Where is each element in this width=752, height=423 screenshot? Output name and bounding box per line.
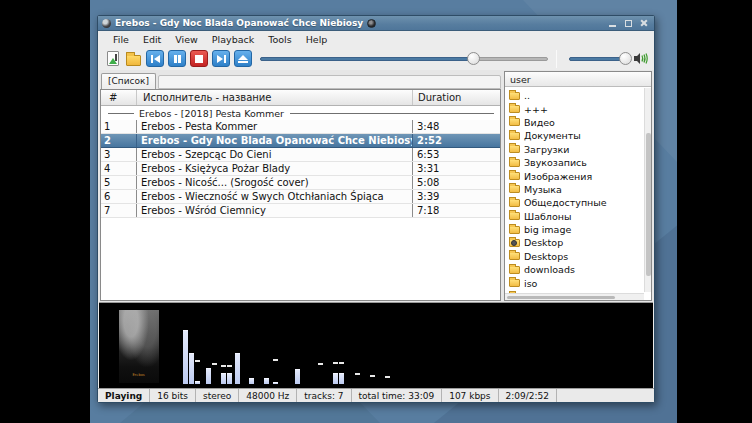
next-icon — [224, 55, 226, 63]
folder-item[interactable]: Загрузки — [505, 143, 651, 156]
open-folder-button[interactable] — [125, 50, 142, 67]
eject-button[interactable] — [234, 50, 252, 67]
pause-icon — [174, 55, 177, 63]
track-duration-cell: 3:39 — [413, 190, 500, 203]
folder-item[interactable]: downloads — [505, 263, 651, 276]
seek-slider[interactable] — [260, 50, 548, 67]
filebrowser-panel: user .. +++ Видео Док — [504, 71, 652, 301]
next-icon — [217, 55, 223, 63]
vertical-scrollbar[interactable] — [644, 88, 651, 292]
menu-item[interactable]: Edit — [136, 33, 168, 46]
visualization-area: Erebos — [99, 302, 653, 388]
scrollbar-thumb[interactable] — [646, 133, 651, 276]
menu-item[interactable]: Help — [299, 33, 335, 46]
folder-item[interactable]: Общедоступные — [505, 196, 651, 209]
folder-label: Музыка — [524, 184, 562, 195]
column-header-duration[interactable]: Duration — [413, 90, 500, 105]
track-number-cell: 1 — [101, 120, 137, 133]
playlist-header: # Исполнитель - название Duration — [101, 90, 500, 106]
folder-icon — [509, 239, 520, 247]
playlist-row[interactable]: 1 Erebos - Pesta Kommer 3:48 — [101, 120, 500, 134]
folder-icon — [509, 132, 520, 140]
spectrum-bar — [189, 353, 194, 384]
folder-icon — [509, 279, 520, 287]
folder-item[interactable]: Документы — [505, 129, 651, 142]
folder-item[interactable]: Звукозапись — [505, 156, 651, 169]
menu-item[interactable]: Playback — [205, 33, 261, 46]
status-segment: stereo — [196, 389, 239, 402]
folder-item[interactable]: Desktop — [505, 236, 651, 249]
seek-fill — [260, 57, 473, 61]
tab-playlist[interactable]: [Список] — [101, 73, 156, 89]
tab-strip: [Список] — [100, 71, 501, 89]
spectrum-bar — [339, 373, 344, 384]
playlist-row[interactable]: 2 Erebos - Gdy Noc Blada Opanować Chce N… — [101, 134, 500, 148]
scrollbar-thumb[interactable] — [507, 296, 615, 299]
add-files-icon — [107, 51, 119, 66]
toolbar-separator — [556, 50, 557, 68]
column-header-number[interactable]: # — [101, 90, 137, 105]
spectrum-peak-marker — [227, 365, 232, 367]
title-emoji-icon — [367, 19, 376, 28]
column-header-title[interactable]: Исполнитель - название — [137, 90, 413, 105]
minimize-button[interactable] — [606, 18, 618, 28]
volume-slider[interactable] — [569, 50, 627, 67]
spectrum-peak-marker — [355, 373, 360, 375]
folder-item[interactable]: iso — [505, 276, 651, 289]
playlist-row[interactable]: 4 Erebos - Księżyca Pożar Blady 3:31 — [101, 162, 500, 176]
horizontal-scrollbar[interactable] — [505, 293, 644, 300]
playlist-row[interactable]: 3 Erebos - Szepcąc Do Cieni 6:53 — [101, 148, 500, 162]
playlist-row[interactable]: 6 Erebos - Wieczność w Swych Otchłaniach… — [101, 190, 500, 204]
folder-label: Изображения — [524, 171, 592, 182]
folder-item[interactable]: Музыка — [505, 183, 651, 196]
track-duration-cell: 5:08 — [413, 176, 500, 189]
playlist-panel: # Исполнитель - название Duration Erebos… — [100, 89, 501, 301]
track-title-cell: Erebos - Wśród Ciemnicy — [137, 204, 413, 217]
close-icon — [640, 19, 648, 27]
track-number-cell: 6 — [101, 190, 137, 203]
status-segment: 107 kbps — [442, 389, 498, 402]
folder-item[interactable]: big image — [505, 223, 651, 236]
spectrum-bar — [273, 382, 278, 384]
menu-item[interactable]: Tools — [261, 33, 298, 46]
player-window: Erebos - Gdy Noc Blada Opanować Chce Nie… — [97, 15, 655, 403]
menu-item[interactable]: View — [168, 33, 205, 46]
menu-item[interactable]: File — [106, 33, 136, 46]
folder-icon — [509, 199, 520, 207]
folder-item[interactable]: +++ — [505, 102, 651, 115]
pause-button[interactable] — [168, 50, 186, 67]
folder-item[interactable]: Шаблоны — [505, 210, 651, 223]
status-segment: total time: 33:09 — [352, 389, 443, 402]
desktop-wallpaper: Erebos - Gdy Noc Blada Opanować Chce Nie… — [90, 0, 677, 423]
screen: Erebos - Gdy Noc Blada Opanować Chce Nie… — [0, 0, 752, 423]
track-number-cell: 7 — [101, 204, 137, 217]
folder-item[interactable]: Desktops — [505, 250, 651, 263]
tab-strip-empty[interactable] — [158, 75, 501, 89]
seek-handle[interactable] — [467, 52, 480, 65]
add-files-button[interactable] — [104, 50, 121, 67]
spectrum-bar — [264, 378, 269, 384]
spectrum-bar — [249, 378, 254, 384]
spectrum-bar — [227, 373, 232, 384]
spectrum-bar — [183, 330, 188, 384]
track-title-cell: Erebos - Nicość... (Srogość cover) — [137, 176, 413, 189]
eject-icon — [238, 55, 248, 63]
maximize-button[interactable] — [622, 18, 634, 28]
folder-item[interactable]: Видео — [505, 116, 651, 129]
toolbar — [98, 47, 654, 70]
previous-button[interactable] — [146, 50, 164, 67]
folder-item[interactable]: .. — [505, 89, 651, 102]
stop-button[interactable] — [190, 50, 208, 67]
spectrum-peak-marker — [318, 363, 323, 365]
filebrowser-path[interactable]: user — [505, 72, 651, 87]
track-duration-cell: 3:48 — [413, 120, 500, 133]
playlist-row[interactable]: 5 Erebos - Nicość... (Srogość cover) 5:0… — [101, 176, 500, 190]
next-button[interactable] — [212, 50, 230, 67]
main-area: [Список] # Исполнитель - название Durati… — [98, 70, 654, 302]
close-button[interactable] — [638, 18, 650, 28]
volume-handle[interactable] — [619, 52, 632, 65]
titlebar[interactable]: Erebos - Gdy Noc Blada Opanować Chce Nie… — [98, 16, 654, 31]
folder-label: big image — [524, 224, 571, 235]
playlist-row[interactable]: 7 Erebos - Wśród Ciemnicy 7:18 — [101, 204, 500, 218]
folder-item[interactable]: Изображения — [505, 169, 651, 182]
